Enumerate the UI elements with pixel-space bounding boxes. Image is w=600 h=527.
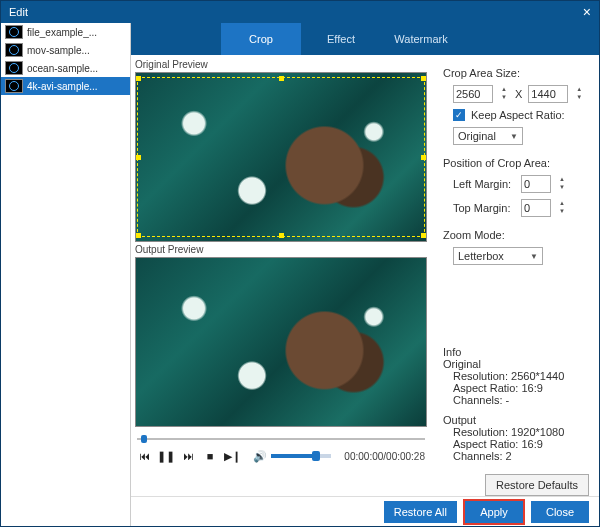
button-label: Apply <box>480 506 508 518</box>
footer: Restore All Apply Close <box>131 496 599 526</box>
crop-width-input[interactable]: 2560 <box>453 85 493 103</box>
preview-column: Original Preview <box>131 55 431 496</box>
restore-all-button[interactable]: Restore All <box>384 501 457 523</box>
next-frame-icon[interactable]: ⏭ <box>181 449 195 463</box>
select-value: Letterbox <box>458 250 504 262</box>
select-value: Original <box>458 130 496 142</box>
close-button[interactable]: Close <box>531 501 589 523</box>
tab-watermark[interactable]: Watermark <box>381 23 461 55</box>
file-item-selected[interactable]: 4k-avi-sample... <box>1 77 130 95</box>
file-name: mov-sample... <box>27 45 126 56</box>
value: 0 <box>524 178 530 190</box>
seek-track <box>137 438 425 440</box>
crop-pos-label: Position of Crop Area: <box>443 157 589 169</box>
crop-handle-ml[interactable] <box>136 155 141 160</box>
restore-defaults-button[interactable]: Restore Defaults <box>485 474 589 496</box>
original-preview-label: Original Preview <box>135 57 427 72</box>
settings-panel: Crop Area Size: 2560 ▲▼ X 1440 ▲▼ ✓ Keep… <box>431 55 599 496</box>
info-block: Info Original Resolution: 2560*1440 Aspe… <box>443 346 589 462</box>
original-preview[interactable] <box>135 72 427 242</box>
apply-button[interactable]: Apply <box>465 501 523 523</box>
file-thumb-icon <box>5 25 23 39</box>
tab-crop[interactable]: Crop <box>221 23 301 55</box>
info-title: Info <box>443 346 589 358</box>
close-icon[interactable]: × <box>583 5 591 19</box>
tab-effect[interactable]: Effect <box>301 23 381 55</box>
window-title: Edit <box>9 6 28 18</box>
left-margin-input[interactable]: 0 <box>521 175 551 193</box>
info-output-channels: Channels: 2 <box>453 450 589 462</box>
crop-handle-mr[interactable] <box>421 155 426 160</box>
seek-bar[interactable] <box>137 435 425 443</box>
spin-up-icon[interactable]: ▲ <box>557 200 567 208</box>
body: file_example_... mov-sample... ocean-sam… <box>1 23 599 526</box>
button-label: Restore Defaults <box>496 479 578 491</box>
right-column: Crop Effect Watermark Original Preview <box>131 23 599 526</box>
volume-control: 🔊 <box>253 449 331 463</box>
top-margin-spinner[interactable]: ▲▼ <box>557 200 567 216</box>
file-name: ocean-sample... <box>27 63 126 74</box>
titlebar: Edit × <box>1 1 599 23</box>
volume-fill <box>271 454 313 458</box>
crop-height-spinner[interactable]: ▲▼ <box>574 86 584 102</box>
info-output-aspect: Aspect Ratio: 16:9 <box>453 438 589 450</box>
spin-up-icon[interactable]: ▲ <box>574 86 584 94</box>
left-margin-label: Left Margin: <box>453 178 515 190</box>
file-item[interactable]: ocean-sample... <box>1 59 130 77</box>
volume-knob[interactable] <box>312 451 320 461</box>
file-item[interactable]: file_example_... <box>1 23 130 41</box>
keep-ar-label: Keep Aspect Ratio: <box>471 109 565 121</box>
volume-icon[interactable]: 🔊 <box>253 449 267 463</box>
seek-thumb[interactable] <box>141 435 147 443</box>
crop-size-row: 2560 ▲▼ X 1440 ▲▼ <box>453 85 589 103</box>
tabs: Crop Effect Watermark <box>131 23 599 55</box>
file-list: file_example_... mov-sample... ocean-sam… <box>1 23 131 526</box>
file-thumb-icon <box>5 61 23 75</box>
zoom-mode-label: Zoom Mode: <box>443 229 589 241</box>
aspect-ratio-select[interactable]: Original ▼ <box>453 127 523 145</box>
spin-down-icon[interactable]: ▼ <box>574 94 584 102</box>
button-label: Restore All <box>394 506 447 518</box>
edit-window: Edit × file_example_... mov-sample... oc… <box>0 0 600 527</box>
value: 2560 <box>456 88 480 100</box>
top-margin-row: Top Margin: 0 ▲▼ <box>453 199 589 217</box>
x-separator: X <box>515 88 522 100</box>
spin-up-icon[interactable]: ▲ <box>499 86 509 94</box>
prev-frame-icon[interactable]: ⏮ <box>137 449 151 463</box>
zoom-mode-select[interactable]: Letterbox ▼ <box>453 247 543 265</box>
output-preview <box>135 257 427 427</box>
spin-up-icon[interactable]: ▲ <box>557 176 567 184</box>
keep-ar-checkbox[interactable]: ✓ <box>453 109 465 121</box>
crop-handle-bl[interactable] <box>136 233 141 238</box>
crop-width-spinner[interactable]: ▲▼ <box>499 86 509 102</box>
info-original-title: Original <box>443 358 589 370</box>
spin-down-icon[interactable]: ▼ <box>499 94 509 102</box>
crop-handle-tl[interactable] <box>136 76 141 81</box>
file-item[interactable]: mov-sample... <box>1 41 130 59</box>
pause-icon[interactable]: ❚❚ <box>159 449 173 463</box>
crop-handle-tm[interactable] <box>279 76 284 81</box>
spin-down-icon[interactable]: ▼ <box>557 208 567 216</box>
crop-height-input[interactable]: 1440 <box>528 85 568 103</box>
info-output-resolution: Resolution: 1920*1080 <box>453 426 589 438</box>
file-thumb-icon <box>5 43 23 57</box>
crop-size-label: Crop Area Size: <box>443 67 589 79</box>
top-margin-label: Top Margin: <box>453 202 515 214</box>
crop-handle-br[interactable] <box>421 233 426 238</box>
stop-icon[interactable]: ■ <box>203 449 217 463</box>
tab-label: Watermark <box>394 33 447 45</box>
volume-slider[interactable] <box>271 454 331 458</box>
value: 0 <box>524 202 530 214</box>
crop-rectangle[interactable] <box>137 77 425 237</box>
transport-controls: ⏮ ❚❚ ⏭ ■ ▶❙ 🔊 <box>137 449 425 463</box>
zoom-select-row: Letterbox ▼ <box>453 247 589 265</box>
crop-handle-bm[interactable] <box>279 233 284 238</box>
spin-down-icon[interactable]: ▼ <box>557 184 567 192</box>
transport: ⏮ ❚❚ ⏭ ■ ▶❙ 🔊 <box>135 427 427 465</box>
preview-image <box>136 258 426 426</box>
crop-handle-tr[interactable] <box>421 76 426 81</box>
file-thumb-icon <box>5 79 23 93</box>
top-margin-input[interactable]: 0 <box>521 199 551 217</box>
play-icon[interactable]: ▶❙ <box>225 449 239 463</box>
left-margin-spinner[interactable]: ▲▼ <box>557 176 567 192</box>
